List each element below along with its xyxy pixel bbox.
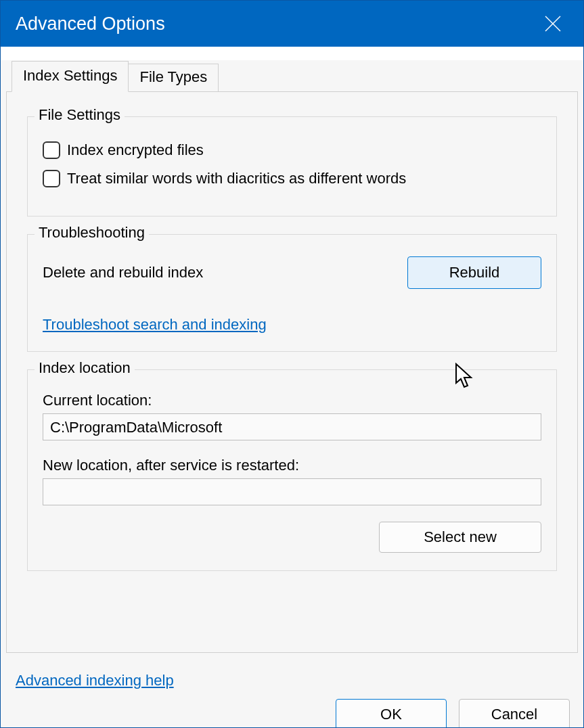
group-troubleshooting-legend: Troubleshooting xyxy=(35,224,149,242)
checkbox-diacritics-label: Treat similar words with diacritics as d… xyxy=(67,170,406,187)
checkbox-index-encrypted[interactable] xyxy=(43,141,60,159)
ok-button[interactable]: OK xyxy=(336,699,447,728)
group-troubleshooting: Troubleshooting Delete and rebuild index… xyxy=(27,234,557,352)
client-area: Index Settings File Types File Settings … xyxy=(1,60,583,728)
tab-file-types[interactable]: File Types xyxy=(128,64,219,92)
delete-rebuild-label: Delete and rebuild index xyxy=(43,264,203,281)
dialog-buttons: OK Cancel xyxy=(336,699,570,728)
select-new-button[interactable]: Select new xyxy=(379,522,541,553)
checkbox-diacritics[interactable] xyxy=(43,170,60,187)
current-location-field: C:\ProgramData\Microsoft xyxy=(43,413,541,440)
tabstrip: Index Settings File Types xyxy=(6,60,578,91)
group-index-location-legend: Index location xyxy=(35,359,135,377)
new-location-field xyxy=(43,478,541,505)
checkbox-index-encrypted-label: Index encrypted files xyxy=(67,141,204,159)
checkbox-row-diacritics: Treat similar words with diacritics as d… xyxy=(43,170,541,187)
new-location-label: New location, after service is restarted… xyxy=(43,457,541,474)
group-file-settings: File Settings Index encrypted files Trea… xyxy=(27,116,557,217)
close-icon xyxy=(544,15,562,32)
troubleshoot-link[interactable]: Troubleshoot search and indexing xyxy=(43,316,267,334)
group-file-settings-legend: File Settings xyxy=(35,106,125,124)
advanced-options-dialog: Advanced Options Index Settings File Typ… xyxy=(0,0,584,728)
current-location-label: Current location: xyxy=(43,392,541,409)
window-title: Advanced Options xyxy=(16,14,537,35)
tab-index-settings[interactable]: Index Settings xyxy=(12,61,129,92)
group-index-location: Index location Current location: C:\Prog… xyxy=(27,369,557,571)
titlebar: Advanced Options xyxy=(1,1,583,47)
close-button[interactable] xyxy=(537,8,568,39)
tabpanel-index-settings: File Settings Index encrypted files Trea… xyxy=(6,91,578,653)
advanced-indexing-help-link[interactable]: Advanced indexing help xyxy=(16,672,174,689)
rebuild-button[interactable]: Rebuild xyxy=(407,256,541,289)
checkbox-row-encrypted: Index encrypted files xyxy=(43,141,541,159)
cancel-button[interactable]: Cancel xyxy=(459,699,570,728)
